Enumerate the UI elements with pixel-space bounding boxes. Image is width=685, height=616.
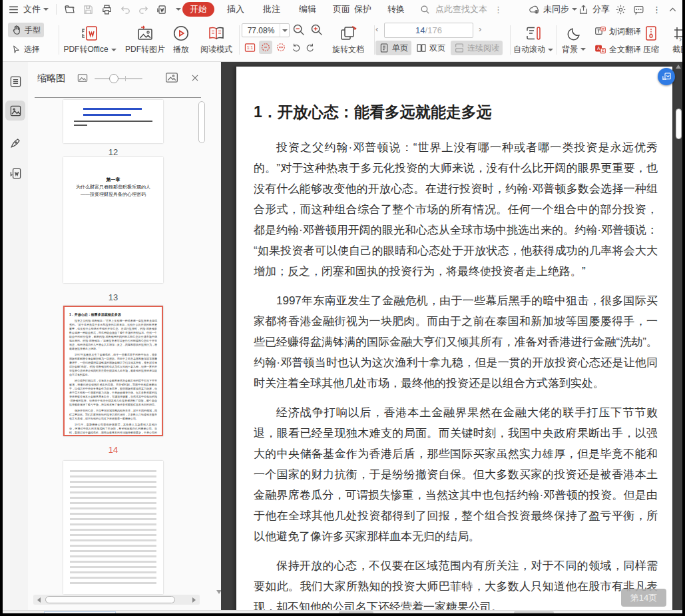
zoom-in-button[interactable] (310, 23, 324, 37)
save-button[interactable] (83, 0, 94, 19)
toolbar: 手型 选择 PDF转Office PDF转图片 播放 阅读模式 77.08% (3, 19, 682, 62)
thumbnail-page-14-number: 14 (63, 445, 163, 455)
document-view: 1．开放心态：能看多远就能走多远 投资之父约翰·邓普顿说：“世界上没有哪一种或者… (221, 62, 682, 610)
tab-protect[interactable]: 保护 (351, 0, 374, 19)
share-button[interactable]: 分享 (578, 0, 610, 19)
undo-button[interactable] (120, 0, 131, 19)
select-tool-label: 选择 (24, 44, 40, 55)
toolbar-overflow-icon[interactable]: › (679, 35, 682, 44)
previous-page-button[interactable]: ‹ (375, 24, 378, 34)
pdf-to-office-button[interactable]: PDF转Office (61, 23, 118, 57)
hscroll-thumb[interactable] (45, 596, 175, 603)
background-button[interactable]: 背景 (558, 23, 590, 57)
rotate-document-button[interactable]: 旋转文档 (328, 23, 369, 57)
thumbnail-size-slider[interactable] (95, 78, 142, 79)
background-label: 背景 (562, 44, 578, 55)
thumbnail-scrollbar[interactable] (198, 101, 205, 143)
tab-insert[interactable]: 插入 (224, 0, 247, 19)
full-translate-button[interactable]: A 全文翻译 (591, 42, 644, 57)
auto-scroll-button[interactable]: 自动滚动 (513, 23, 554, 57)
quick-convert-fab[interactable] (658, 68, 675, 85)
tab-convert[interactable]: 转换 (385, 0, 407, 19)
tab-edit[interactable]: 编辑 (296, 0, 319, 19)
thumbnail-page-14-selected[interactable]: 1．开放心态：能看多远就能走多远 投资之父约翰·邓普顿说：“世界上没有哪一种或者… (63, 306, 163, 436)
continuous-reading-button[interactable]: 连续阅读 (451, 41, 503, 55)
play-button[interactable]: 播放 (168, 23, 194, 57)
feedback-button[interactable] (633, 0, 644, 19)
sync-status[interactable]: 未同步 (529, 0, 577, 19)
actual-size-button[interactable]: 1:1 (243, 41, 256, 54)
status-field (44, 611, 116, 613)
thumbnail-page-13[interactable]: 第一章为什么财富只眷顾那些积极乐观的人——投资理财应具备的心理密码 (63, 157, 163, 283)
screenshot-label: 截图 (672, 44, 682, 55)
pdf-to-image-label: PDF转图片 (125, 44, 165, 55)
settings-button[interactable] (615, 0, 626, 19)
next-page-button[interactable]: › (479, 24, 481, 34)
word-translate-button[interactable]: 划词翻译 (591, 24, 644, 39)
tab-home[interactable]: 开始 (182, 2, 214, 17)
compress-label: 压缩 (643, 44, 659, 55)
thumbnail-hscrollbar[interactable] (33, 595, 200, 605)
hand-tool-button[interactable]: 手型 (8, 23, 44, 37)
tab-annotate[interactable]: 批注 (260, 0, 283, 19)
page-number-input[interactable]: 14 /176 (384, 23, 473, 38)
compress-button[interactable]: 压缩 (637, 23, 665, 57)
reading-mode-button[interactable]: 阅读模式 (196, 23, 237, 57)
play-label: 播放 (173, 44, 189, 55)
file-menu[interactable]: 文件 (23, 0, 49, 19)
page-body: 投资之父约翰·邓普顿说：“世界上没有哪一种或者哪一类投资是永远优秀的。”对于这种… (254, 137, 658, 610)
select-tool-button[interactable]: 选择 (8, 42, 43, 57)
scroll-left-icon[interactable] (37, 597, 41, 603)
chevron-down-icon (111, 49, 116, 51)
main-menu-icon[interactable] (8, 0, 19, 19)
search-more-icon[interactable]: ⋮ (494, 7, 503, 13)
collapse-toolbar-icon[interactable] (667, 0, 678, 19)
thumbnail-panel-title: 缩略图 (37, 73, 65, 85)
pdf-to-image-button[interactable]: PDF转图片 (121, 23, 169, 57)
zoom-out-button[interactable] (292, 23, 306, 37)
search-box[interactable]: 点此查找文本 ⋮ (419, 0, 503, 19)
open-file-button[interactable] (64, 0, 75, 19)
thumbnail-page-body: 投资之父约翰·邓普顿说：“世界上没有哪一种或者哪一类投资是永远优秀的。”对于这种… (69, 319, 157, 436)
doc-scroll-up-icon[interactable] (676, 65, 681, 69)
thumbnail-panel-icon[interactable] (5, 101, 25, 121)
annotation-pen-icon[interactable] (5, 133, 25, 153)
zoom-level-select[interactable]: 77.08% (242, 23, 290, 37)
thumbnail-page-12[interactable] (63, 100, 163, 143)
close-panel-icon[interactable] (190, 73, 200, 85)
print-button[interactable] (101, 0, 113, 19)
zoom-level-value: 77.08% (242, 26, 280, 35)
fit-width-button[interactable] (274, 41, 288, 54)
thumbnail-page-15[interactable] (63, 461, 163, 594)
auto-scroll-label: 自动滚动 (513, 44, 545, 55)
quickbar-dropdown[interactable] (173, 0, 181, 19)
app-window: 文件 开始 插入 批注 编辑 页面 保护 转换 (3, 0, 682, 613)
thumbnail-page-13-number: 13 (63, 292, 163, 302)
text-line (74, 125, 87, 126)
rotate-right-button[interactable] (304, 41, 317, 54)
thumbnail-panel: 缩略图 (28, 62, 221, 610)
more-menu-icon[interactable]: ⋮ (652, 0, 661, 19)
single-page-button[interactable]: 单页 (375, 41, 411, 55)
zoom-dropdown-icon[interactable] (280, 24, 289, 37)
slider-handle[interactable] (109, 74, 118, 83)
tab-page[interactable]: 页面 (330, 0, 353, 19)
fit-page-button[interactable] (259, 41, 272, 54)
left-icon-strip (3, 62, 28, 610)
status-control (339, 611, 373, 613)
outline-panel-icon[interactable] (5, 71, 25, 91)
large-thumbnail-icon (165, 72, 178, 85)
thumbnail-panel-header: 缩略图 (28, 62, 221, 95)
export-word-icon[interactable] (156, 0, 167, 19)
sync-label: 未同步 (543, 3, 569, 15)
redo-button[interactable] (138, 0, 149, 19)
file-menu-label: 文件 (23, 3, 41, 15)
link-line (83, 108, 142, 110)
export-panel-icon[interactable] (5, 163, 25, 183)
pdf-to-office-label: PDF转Office (63, 44, 108, 55)
document-scrollbar[interactable] (676, 109, 682, 139)
pdf-page[interactable]: 1．开放心态：能看多远就能走多远 投资之父约翰·邓普顿说：“世界上没有哪一种或者… (236, 67, 672, 610)
search-placeholder: 点此查找文本 (435, 3, 487, 15)
rotate-left-button[interactable] (290, 41, 303, 54)
scroll-right-icon[interactable] (192, 597, 196, 603)
